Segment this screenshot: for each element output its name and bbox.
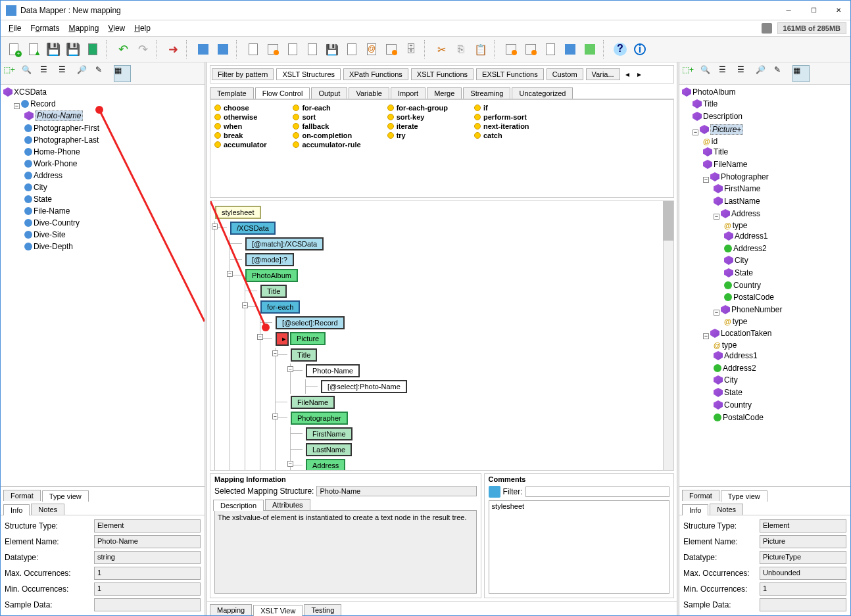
selected-structure-field[interactable] [316, 486, 476, 496]
cat-uncategorized[interactable]: Uncategorized [512, 87, 573, 99]
undo-button[interactable]: ↶ [114, 40, 132, 59]
function-accumulator-rule[interactable]: accumulator-rule [293, 141, 360, 149]
node-foreach[interactable]: for-each [260, 300, 300, 314]
tab-xslt-structures[interactable]: XSLT Structures [276, 68, 341, 80]
node-title2[interactable]: Title [291, 348, 317, 362]
exit-button[interactable]: ➜ [164, 40, 182, 59]
tab-typeview[interactable]: Type view [42, 490, 89, 502]
tool-b7[interactable]: @ [362, 40, 381, 59]
tab-description[interactable]: Description [213, 500, 264, 511]
expand-icon[interactable]: − [272, 414, 278, 419]
tool-b6[interactable] [343, 40, 361, 59]
tgt-find-button[interactable]: 🔎 [756, 65, 773, 82]
cat-variable[interactable]: Variable [349, 87, 389, 99]
tool-c3[interactable] [541, 40, 560, 59]
function-sort[interactable]: sort [293, 113, 360, 121]
tab-info[interactable]: Info [682, 504, 708, 515]
database-button[interactable]: 🗄 [402, 40, 420, 59]
redo-button[interactable]: ↷ [134, 40, 152, 59]
scrollbar[interactable] [663, 201, 673, 470]
function-try[interactable]: try [387, 131, 448, 139]
node-picture[interactable]: Picture [290, 332, 326, 345]
tool-b1[interactable] [244, 40, 262, 59]
tool-c5[interactable] [581, 40, 599, 59]
function-iterate[interactable]: iterate [387, 122, 448, 130]
cut-button[interactable]: ✂ [432, 40, 450, 59]
tab-variables[interactable]: Varia... [586, 68, 620, 80]
src-edit-button[interactable]: ✎ [95, 65, 112, 82]
tool-b5[interactable]: 💾 [323, 40, 341, 59]
src-view-button[interactable]: ▦ [114, 65, 131, 82]
tool-b8[interactable] [382, 40, 401, 59]
tab-xpath-functions[interactable]: XPath Functions [343, 68, 408, 80]
node-title[interactable]: Title [260, 285, 287, 298]
function-for-each[interactable]: for-each [293, 104, 360, 112]
node-xcsdata[interactable]: /XCSData [230, 222, 276, 235]
tab-notes[interactable]: Notes [710, 504, 743, 515]
node-select-photoname[interactable]: [@select]:Photo-Name [321, 380, 407, 393]
function-fallback[interactable]: fallback [293, 122, 360, 130]
help-button[interactable]: ? [611, 40, 629, 59]
tgt-edit-button[interactable]: ✎ [774, 65, 791, 82]
function-next-iteration[interactable]: next-iteration [474, 122, 529, 130]
tool-c1[interactable] [502, 40, 520, 59]
node-lastname[interactable]: LastName [306, 443, 352, 456]
tgt-list-button[interactable]: ☰ [719, 65, 736, 82]
comments-list[interactable]: stylesheet [489, 500, 669, 594]
scroll-right-icon[interactable]: ▸ [635, 70, 644, 79]
node-select-record[interactable]: [@select]:Record [276, 316, 345, 329]
filter-by-pattern-button[interactable]: Filter by pattern [212, 68, 274, 80]
function-perform-sort[interactable]: perform-sort [474, 113, 529, 121]
cat-template[interactable]: Template [210, 87, 254, 99]
src-find-button[interactable]: 🔎 [77, 65, 94, 82]
src-add-button[interactable]: ⬚+ [3, 65, 20, 82]
node-stylesheet[interactable]: stylesheet [215, 206, 261, 219]
tool-a1[interactable] [194, 40, 212, 59]
tab-mapping[interactable]: Mapping [210, 604, 252, 615]
collapse-icon[interactable]: − [14, 103, 20, 109]
function-if[interactable]: if [474, 104, 529, 112]
expand-icon[interactable]: − [272, 350, 278, 356]
tab-testing[interactable]: Testing [304, 604, 341, 615]
menu-formats[interactable]: Formats [26, 22, 63, 34]
export-xls-button[interactable] [84, 40, 102, 59]
function-otherwise[interactable]: otherwise [214, 113, 266, 121]
tab-exslt-functions[interactable]: EXSLT Functions [476, 68, 544, 80]
save-as-button[interactable]: 💾 [64, 40, 82, 59]
paste-button[interactable]: 📋 [472, 40, 490, 59]
tgt-view-button[interactable]: ▦ [792, 65, 810, 82]
node-photoalbum[interactable]: PhotoAlbum [245, 269, 298, 282]
tab-format[interactable]: Format [682, 490, 719, 501]
src-list-button[interactable]: ☰ [40, 65, 57, 82]
node-filename[interactable]: FileName [291, 396, 335, 409]
save-button[interactable]: 💾 [44, 40, 62, 59]
tab-custom[interactable]: Custom [547, 68, 583, 80]
tool-b4[interactable] [303, 40, 322, 59]
tool-b3[interactable] [283, 40, 302, 59]
tab-notes[interactable]: Notes [31, 504, 64, 515]
expand-icon[interactable]: − [242, 302, 248, 308]
cat-flowcontrol[interactable]: Flow Control [255, 87, 310, 99]
cat-import[interactable]: Import [391, 87, 426, 99]
tgt-add-button[interactable]: ⬚+ [682, 65, 699, 82]
function-catch[interactable]: catch [474, 131, 529, 139]
expand-icon[interactable]: − [287, 461, 293, 467]
tgt-search-button[interactable]: 🔍 [700, 65, 717, 82]
copy-button[interactable]: ⎘ [452, 40, 470, 59]
node-photographer[interactable]: Photographer [291, 412, 348, 425]
collapse-icon[interactable]: − [693, 130, 698, 135]
tab-format[interactable]: Format [3, 490, 41, 501]
trash-icon[interactable] [762, 23, 772, 34]
tab-xslt-view[interactable]: XSLT View [253, 605, 303, 616]
function-break[interactable]: break [214, 131, 266, 139]
function-when[interactable]: when [214, 122, 266, 130]
scroll-left-icon[interactable]: ◂ [623, 70, 632, 79]
close-button[interactable]: ✕ [832, 7, 845, 14]
expand-icon[interactable]: − [287, 366, 293, 372]
expand-icon[interactable]: − [227, 271, 233, 277]
cat-merge[interactable]: Merge [427, 87, 462, 99]
menu-view[interactable]: View [104, 22, 129, 34]
new-file-button[interactable]: + [5, 40, 23, 59]
cat-output[interactable]: Output [311, 87, 347, 99]
function-for-each-group[interactable]: for-each-group [387, 104, 448, 112]
